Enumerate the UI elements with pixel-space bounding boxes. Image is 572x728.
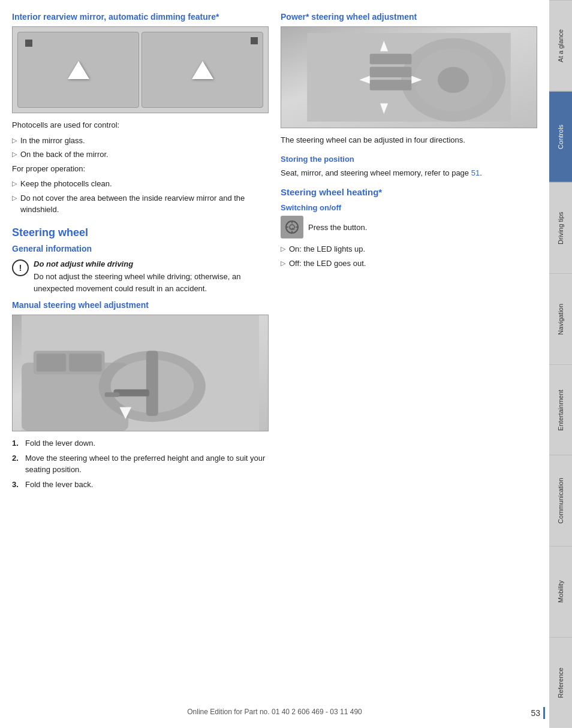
mirror-bullet-1: ▷ In the mirror glass. [12, 135, 269, 147]
storing-position-section: Storing the position Seat, mirror, and s… [281, 155, 537, 179]
step-1: 1. Fold the lever down. [12, 437, 269, 449]
bullet-arrow-1: ▷ [12, 135, 17, 146]
warning-body: Do not adjust the steering wheel while d… [34, 271, 269, 294]
storing-position-title: Storing the position [281, 155, 537, 164]
power-steer-illustration [281, 27, 537, 128]
sidebar-tab-communication[interactable]: Communication [549, 455, 572, 546]
mirror-image [12, 26, 269, 113]
step-3-num: 3. [12, 479, 22, 491]
step-1-text: Fold the lever down. [25, 437, 95, 449]
page-num-bar [543, 707, 545, 719]
bullet-arrow-4: ▷ [12, 193, 17, 203]
sidebar-tab-navigation-label: Navigation [557, 303, 564, 334]
svg-rect-4 [69, 354, 101, 371]
mirror-right-half [142, 32, 263, 108]
sidebar-tab-controls-label: Controls [557, 125, 564, 149]
sidebar-tab-reference[interactable]: Reference [549, 637, 572, 728]
storing-desc-text: Seat, mirror, and steering wheel memory,… [281, 168, 469, 177]
mirror-bullet-2-text: On the back of the mirror. [20, 149, 109, 161]
page-number: 53 [531, 708, 540, 718]
sidebar-tab-communication-label: Communication [557, 478, 564, 524]
bullet-arrow-2: ▷ [12, 149, 17, 159]
sidebar-tab-mobility[interactable]: Mobility [549, 546, 572, 637]
mirror-section: Interior rearview mirror, automatic dimm… [12, 12, 269, 216]
arrow-up-left [68, 61, 89, 79]
mirror-bullet-4: ▷ Do not cover the area between the insi… [12, 192, 269, 216]
heating-bullet-arrow-1: ▷ [281, 244, 285, 254]
heating-bullet-arrow-2: ▷ [281, 258, 285, 268]
footer-text: Online Edition for Part no. 01 40 2 606 … [187, 708, 362, 716]
sidebar-tab-driving-tips-label: Driving tips [557, 212, 564, 244]
sidebar-tab-navigation[interactable]: Navigation [549, 273, 572, 364]
svg-rect-9 [105, 392, 120, 397]
main-content: Interior rearview mirror, automatic dimm… [0, 0, 549, 728]
heating-bullet-2: ▷ Off: the LED goes out. [281, 258, 537, 270]
manual-adj-title: Manual steering wheel adjustment [12, 300, 269, 310]
step-3: 3. Fold the lever back. [12, 479, 269, 491]
two-column-layout: Interior rearview mirror, automatic dimm… [12, 12, 537, 495]
switching-on-off-title: Switching on/off [281, 203, 537, 212]
mirror-bullet-2: ▷ On the back of the mirror. [12, 149, 269, 161]
svg-rect-7 [146, 351, 158, 416]
sidebar-tab-at-a-glance-label: At a glance [557, 29, 564, 62]
page-number-container: 53 [531, 707, 545, 719]
steer-svg [13, 315, 268, 431]
general-info-title: General information [12, 244, 269, 253]
left-column: Interior rearview mirror, automatic dimm… [12, 12, 269, 495]
storing-position-desc: Seat, mirror, and steering wheel memory,… [281, 167, 537, 179]
mirror-right-icon [251, 37, 258, 44]
step-2: 2. Move the steering wheel to the prefer… [12, 452, 269, 476]
arrow-up-right [192, 61, 213, 79]
page-ref-link[interactable]: 51 [471, 168, 480, 177]
sidebar-tab-mobility-label: Mobility [557, 581, 564, 603]
sidebar-tab-driving-tips[interactable]: Driving tips [549, 182, 572, 273]
switch-instruction: Press the button. [308, 223, 367, 232]
svg-rect-17 [370, 80, 412, 90]
right-column: Power* steering wheel adjustment [281, 12, 537, 495]
page-ref-suffix: . [480, 168, 482, 177]
numbered-steps: 1. Fold the lever down. 2. Move the stee… [12, 437, 269, 490]
svg-point-14 [438, 67, 469, 93]
photocells-intro: Photocells are used for control: [12, 119, 269, 131]
power-steer-svg [287, 33, 531, 122]
svg-rect-16 [370, 67, 412, 77]
heating-icon-svg [284, 219, 300, 235]
switch-on-off-row: Press the button. [281, 216, 537, 238]
heating-bullet-1: ▷ On: the LED lights up. [281, 243, 537, 255]
power-steering-image [281, 26, 537, 128]
mirror-left-icon [25, 40, 32, 47]
mirror-bullet-3: ▷ Keep the photocells clean. [12, 178, 269, 190]
sidebar-tab-entertainment-label: Entertainment [557, 389, 564, 430]
power-steering-section: Power* steering wheel adjustment [281, 12, 537, 146]
step-1-num: 1. [12, 437, 22, 449]
warning-box: ! Do not adjust while driving Do not adj… [12, 258, 269, 295]
step-3-text: Fold the lever back. [25, 479, 93, 491]
manual-steering-image [12, 315, 269, 431]
sidebar-tab-reference-label: Reference [557, 667, 564, 698]
sidebar: At a glance Controls Driving tips Naviga… [549, 0, 572, 728]
bullet-arrow-3: ▷ [12, 179, 17, 189]
warning-icon: ! [12, 259, 29, 276]
mirror-left-half [17, 32, 139, 108]
mirror-bullet-4-text: Do not cover the area between the inside… [20, 192, 269, 216]
mirror-illustration [13, 27, 268, 113]
power-steering-title: Power* steering wheel adjustment [281, 12, 537, 22]
steer-illustration [13, 315, 268, 431]
svg-rect-15 [370, 54, 412, 64]
sidebar-tab-entertainment[interactable]: Entertainment [549, 364, 572, 455]
sidebar-tab-controls[interactable]: Controls [549, 91, 572, 182]
proper-operation: For proper operation: [12, 163, 269, 175]
warning-title: Do not adjust while driving [34, 258, 269, 270]
sidebar-tab-at-a-glance[interactable]: At a glance [549, 0, 572, 91]
heating-section-title: Steering wheel heating* [281, 187, 537, 197]
step-2-text: Move the steering wheel to the preferred… [25, 452, 269, 476]
mirror-bullet-1-text: In the mirror glass. [20, 135, 85, 147]
mirror-section-title: Interior rearview mirror, automatic dimm… [12, 12, 269, 22]
page-container: Interior rearview mirror, automatic dimm… [0, 0, 572, 728]
warning-text: Do not adjust while driving Do not adjus… [34, 258, 269, 295]
svg-rect-3 [37, 354, 66, 371]
step-2-num: 2. [12, 452, 22, 476]
steering-wheel-section: Steering wheel General information ! Do … [12, 226, 269, 491]
steering-wheel-title: Steering wheel [12, 226, 269, 239]
mirror-bullet-3-text: Keep the photocells clean. [20, 178, 112, 190]
